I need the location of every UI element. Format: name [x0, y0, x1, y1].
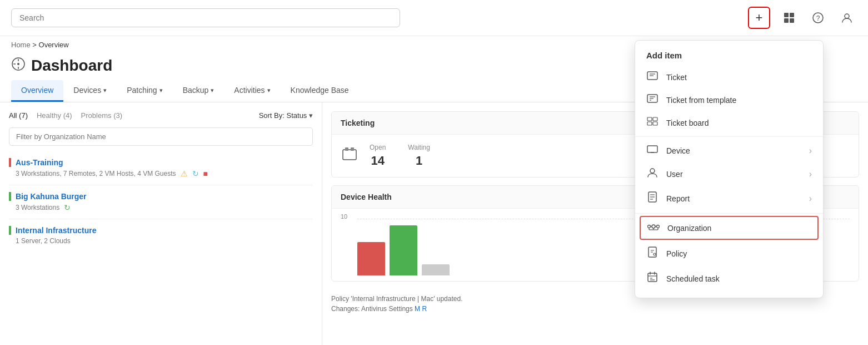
dropdown-item-user[interactable]: User ›: [635, 162, 823, 186]
breadcrumb-current: Overview: [39, 41, 69, 49]
chevron-down-icon: ▾: [267, 87, 271, 94]
dropdown-item-policy[interactable]: Policy: [635, 241, 823, 266]
device-icon: [646, 145, 659, 156]
svg-rect-14: [351, 147, 354, 151]
svg-point-43: [654, 253, 656, 255]
org-name: Aus-Training: [9, 158, 313, 167]
tab-activities[interactable]: Activities ▾: [224, 80, 280, 102]
svg-point-6: [845, 14, 849, 18]
dropdown-menu: Add item Ticket Ticket from template Tic…: [635, 40, 824, 298]
chevron-down-icon: ▾: [211, 87, 214, 94]
list-item[interactable]: Aus-Training 3 Workstations, 7 Remotes, …: [9, 151, 313, 185]
org-details: 3 Workstations, 7 Remotes, 2 VM Hosts, 4…: [9, 169, 313, 178]
scheduled-task-icon: [646, 272, 659, 285]
left-panel: All (7) Healthy (4) Problems (3) Sort By…: [0, 102, 322, 345]
tab-patching[interactable]: Patching ▾: [117, 80, 172, 102]
filter-all[interactable]: All (7): [9, 111, 28, 120]
svg-point-35: [657, 225, 660, 228]
user-icon: [646, 167, 659, 180]
dashboard-icon: [11, 57, 26, 75]
chart-y-label: 10: [341, 213, 347, 220]
svg-point-34: [648, 225, 651, 228]
svg-point-8: [17, 63, 19, 65]
svg-rect-26: [647, 146, 657, 152]
chevron-right-icon: ›: [809, 194, 812, 204]
list-item[interactable]: Big Kahuna Burger 3 Workstations ↻: [9, 185, 313, 219]
dropdown-item-ticket-template-label: Ticket from template: [666, 96, 736, 105]
sort-by[interactable]: Sort By: Status ▾: [259, 111, 313, 120]
svg-point-33: [652, 225, 655, 228]
filter-tags: All (7) Healthy (4) Problems (3): [9, 111, 122, 120]
dropdown-item-organization[interactable]: Organization: [640, 216, 819, 240]
chart-bar-red: [357, 242, 385, 275]
svg-rect-13: [345, 147, 348, 151]
filter-problems[interactable]: Problems (3): [81, 111, 122, 120]
dropdown-item-ticket-template[interactable]: Ticket from template: [635, 88, 823, 111]
breadcrumb-separator: >: [32, 41, 38, 49]
org-name: Internal Infrastructure: [9, 226, 313, 235]
dropdown-item-ticket-label: Ticket: [666, 73, 687, 82]
tab-knowledge-base[interactable]: Knowledge Base: [281, 80, 359, 102]
header: + ?: [0, 0, 868, 36]
breadcrumb-home[interactable]: Home: [11, 41, 31, 49]
activity-text-1: Policy 'Internal Infrastructure | Mac' u…: [331, 295, 462, 303]
chevron-right-icon: ›: [809, 169, 812, 179]
dropdown-item-policy-label: Policy: [666, 249, 687, 258]
dropdown-item-scheduled-task-label: Scheduled task: [666, 274, 720, 283]
add-button[interactable]: +: [748, 7, 770, 29]
ticket-icon: [341, 145, 358, 167]
dropdown-title: Add item: [635, 47, 823, 66]
alert-icon: ■: [203, 169, 208, 178]
filter-healthy[interactable]: Healthy (4): [37, 111, 72, 120]
ticket-stat-waiting: Waiting 1: [408, 144, 430, 168]
user-icon[interactable]: [837, 8, 857, 28]
org-details: 3 Workstations ↻: [9, 203, 313, 212]
svg-rect-2: [784, 18, 789, 23]
dropdown-item-user-label: User: [666, 170, 683, 179]
org-name: Big Kahuna Burger: [9, 192, 313, 201]
dropdown-item-scheduled-task[interactable]: Scheduled task: [635, 266, 823, 291]
chevron-right-icon: ›: [809, 146, 812, 156]
dropdown-item-device[interactable]: Device ›: [635, 139, 823, 162]
svg-rect-0: [784, 13, 789, 17]
report-icon: [646, 191, 659, 205]
svg-rect-24: [647, 122, 652, 125]
policy-icon: [646, 247, 659, 260]
svg-rect-1: [790, 13, 794, 17]
tab-devices[interactable]: Devices ▾: [63, 80, 117, 102]
list-item[interactable]: Internal Infrastructure 1 Server, 2 Clou…: [9, 219, 313, 252]
activity-link[interactable]: M R: [415, 305, 427, 313]
sync-icon: ↻: [192, 169, 199, 178]
filter-row: All (7) Healthy (4) Problems (3) Sort By…: [9, 111, 313, 120]
dropdown-divider: [635, 136, 823, 137]
grid-icon[interactable]: [779, 8, 799, 28]
ticket-icon: [646, 71, 659, 83]
ticket-stat-open: Open 14: [370, 144, 386, 168]
ticket-template-icon: [646, 94, 659, 106]
tab-overview[interactable]: Overview: [11, 80, 63, 102]
chart-bar-green: [390, 225, 417, 275]
chart-bar-gray: [422, 264, 450, 275]
sort-label-text: Sort By:: [259, 111, 285, 120]
search-input[interactable]: [11, 8, 400, 27]
dropdown-item-device-label: Device: [666, 146, 690, 155]
svg-rect-12: [343, 150, 356, 160]
dropdown-divider-2: [635, 213, 823, 214]
search-bar: [11, 8, 400, 27]
chevron-down-icon: ▾: [159, 87, 163, 94]
dropdown-item-report-label: Report: [666, 194, 690, 203]
tab-backup[interactable]: Backup ▾: [173, 80, 225, 102]
organization-icon: [647, 221, 660, 234]
help-icon[interactable]: ?: [808, 8, 828, 28]
chevron-down-icon: ▾: [103, 87, 107, 94]
dropdown-item-ticket[interactable]: Ticket: [635, 66, 823, 88]
dropdown-item-report[interactable]: Report ›: [635, 186, 823, 211]
org-details: 1 Server, 2 Clouds: [9, 237, 313, 245]
dropdown-item-organization-label: Organization: [667, 224, 711, 233]
org-filter-input[interactable]: [9, 127, 313, 146]
dropdown-item-ticket-board[interactable]: Ticket board: [635, 111, 823, 134]
svg-rect-25: [653, 122, 657, 125]
ticket-stats: Open 14 Waiting 1: [370, 144, 430, 168]
activity-text-2: Changes: Antivirus Settings: [331, 305, 413, 313]
svg-point-28: [650, 169, 655, 173]
